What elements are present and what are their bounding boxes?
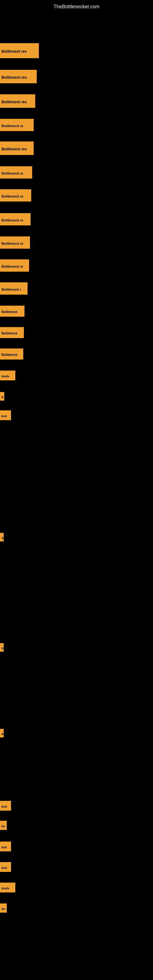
bottleneck-label-17: Bott [0, 410, 11, 420]
bottleneck-label-8: Bottleneck re [0, 213, 30, 225]
bottleneck-label-1: Bottleneck res [0, 43, 39, 58]
bottleneck-label-18: B [0, 533, 4, 541]
bottleneck-label-5: Bottleneck res [0, 142, 33, 155]
site-title: TheBottlenecker.com [0, 2, 153, 12]
bottleneck-label-6: Bottleneck re [0, 166, 32, 178]
bottleneck-label-20: B [0, 729, 4, 737]
bottleneck-label-10: Bottleneck re [0, 259, 29, 272]
bottleneck-label-26: Bo [0, 904, 7, 913]
bottleneck-label-12: Bottleneck [0, 305, 24, 317]
bottleneck-label-15: Bottle [0, 371, 15, 380]
bottleneck-label-21: Bott [0, 801, 11, 811]
bottleneck-label-24: Bott [0, 862, 11, 872]
bottleneck-label-22: Bo [0, 821, 7, 830]
bottleneck-label-13: Bottleneck [0, 327, 24, 338]
bottleneck-label-3: Bottleneck res [0, 94, 35, 108]
bottleneck-label-14: Bottleneck [0, 348, 23, 360]
bottleneck-label-9: Bottleneck re [0, 236, 30, 249]
bottleneck-label-19: B [0, 643, 4, 652]
bottleneck-label-7: Bottleneck re [0, 189, 31, 202]
bottleneck-label-11: Bottleneck r [0, 282, 27, 294]
bottleneck-label-16: B [0, 392, 4, 401]
bottleneck-label-25: Bottle [0, 883, 15, 892]
bottleneck-label-23: Bott [0, 842, 11, 851]
bottleneck-label-2: Bottleneck res [0, 70, 37, 83]
bottleneck-label-4: Bottleneck re [0, 119, 33, 131]
